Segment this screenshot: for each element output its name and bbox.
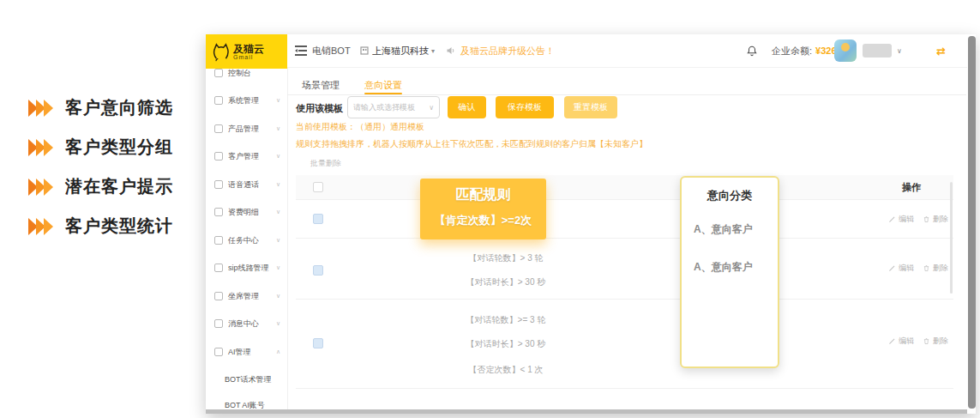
ai-icon	[214, 348, 223, 356]
brand-text: 及猫云 Gmail	[233, 44, 264, 60]
announcement-bar[interactable]: 及猫云品牌升级公告！	[446, 34, 555, 67]
customer-icon	[214, 152, 223, 161]
voice-icon	[214, 180, 223, 189]
trash-icon	[923, 215, 930, 223]
product-icon	[214, 124, 223, 133]
brand-title: 及猫云	[233, 44, 264, 54]
edit-link[interactable]: 编辑	[888, 263, 914, 274]
triple-chevron-icon	[27, 178, 55, 197]
dashboard-icon	[214, 69, 223, 77]
window-vertical-scrollbar[interactable]	[968, 36, 976, 409]
tab-intent-settings[interactable]: 意向设置	[364, 79, 402, 92]
sidebar-item-ai-management[interactable]: AI管理 ∧	[206, 344, 287, 360]
rule-condition: 【对话时长】> 30 秒	[377, 276, 634, 288]
sidebar-item-system[interactable]: 系统管理 ∨	[206, 93, 287, 108]
message-icon	[214, 319, 223, 328]
page: 客户意向筛选 客户类型分组 潜在客户提示 客户类型统计 及猫云	[0, 0, 980, 418]
product-name: 电销BOT	[312, 34, 351, 67]
avatar	[834, 39, 857, 62]
table-header	[296, 175, 953, 199]
rule-condition: 【对话轮数】> 3 轮	[377, 252, 634, 264]
reset-template-button[interactable]: 重置模板	[564, 96, 617, 118]
sidebar-item-voice-call[interactable]: 语音通话 ∨	[206, 177, 287, 192]
current-template-note: 当前使用模板：（通用）通用模板	[296, 121, 424, 133]
table-scrollbar[interactable]	[950, 182, 953, 294]
edit-link[interactable]: 编辑	[888, 214, 914, 225]
delete-link[interactable]: 删除	[923, 336, 948, 347]
delete-link[interactable]: 删除	[923, 214, 948, 225]
row-divider	[296, 299, 953, 300]
tab-scene-management[interactable]: 场景管理	[302, 79, 340, 92]
company-switcher[interactable]: 上海猫贝科技 ▾	[360, 34, 435, 67]
match-rule-title: 匹配规则	[456, 186, 511, 204]
confirm-button[interactable]: 确认	[448, 96, 486, 118]
chevron-down-icon: ∨	[276, 209, 280, 215]
feature-label: 客户意向筛选	[65, 96, 173, 119]
sidebar-item-bot-script[interactable]: BOT话术管理	[206, 372, 287, 387]
chevron-down-icon: ∨	[429, 104, 434, 112]
trash-icon	[923, 337, 930, 345]
caret-down-icon: ∨	[897, 47, 902, 55]
feature-label: 客户类型统计	[65, 215, 173, 238]
feature-label: 潜在客户提示	[65, 175, 173, 198]
agent-icon	[214, 292, 223, 300]
match-rule-callout: 匹配规则 【肯定次数】>=2次	[420, 179, 546, 239]
bell-icon	[746, 45, 758, 58]
sidebar-item-sip-line[interactable]: sip线路管理 ∨	[206, 260, 287, 276]
row-checkbox[interactable]	[313, 265, 323, 276]
chevron-down-icon: ∨	[276, 181, 280, 188]
chevron-down-icon: ∨	[276, 264, 280, 271]
match-rule-condition: 【肯定次数】>=2次	[435, 213, 532, 228]
feature-item: 潜在客户提示	[27, 175, 173, 198]
brand-subtitle: Gmail	[233, 54, 264, 60]
brand-logo[interactable]: 及猫云 Gmail	[206, 34, 287, 69]
menu-fold-icon[interactable]	[295, 34, 307, 67]
app-window: 及猫云 Gmail 控制台 系统管理 ∨ 产品管理 ∨ 客户管理	[206, 34, 976, 414]
user-name-block	[863, 44, 892, 58]
system-icon	[214, 96, 223, 105]
task-icon	[214, 236, 223, 245]
intent-item: A、意向客户	[694, 222, 753, 237]
sidebar-item-product[interactable]: 产品管理 ∨	[206, 121, 287, 136]
row-divider	[296, 199, 953, 200]
sidebar: 及猫云 Gmail 控制台 系统管理 ∨ 产品管理 ∨ 客户管理	[206, 34, 288, 414]
row-checkbox[interactable]	[313, 214, 323, 224]
sidebar-item-console[interactable]: 控制台	[206, 65, 287, 81]
pencil-icon	[888, 337, 896, 345]
sidebar-item-billing[interactable]: 资费明细 ∨	[206, 204, 287, 220]
rule-condition: 【否定次数】< 1 次	[377, 364, 634, 376]
building-icon	[360, 46, 369, 55]
feature-item: 客户类型分组	[27, 136, 173, 159]
sidebar-item-task-center[interactable]: 任务中心 ∨	[206, 233, 287, 248]
sidebar-item-customer[interactable]: 客户管理 ∨	[206, 148, 287, 164]
chevron-down-icon: ∨	[276, 320, 280, 327]
switch-account-icon[interactable]: ⇄	[936, 34, 946, 67]
triple-chevron-icon	[27, 217, 55, 236]
sidebar-item-message-center[interactable]: 消息中心 ∨	[206, 316, 287, 331]
chevron-down-icon: ∨	[276, 125, 280, 132]
chevron-down-icon: ∨	[276, 97, 280, 104]
select-all-checkbox[interactable]	[313, 182, 323, 192]
intent-category-callout: 意向分类 A、意向客户 A、意向客户	[680, 176, 779, 368]
tabs-divider	[287, 94, 966, 95]
row-actions: 编辑 删除	[888, 214, 948, 225]
row-checkbox[interactable]	[313, 338, 323, 348]
sidebar-item-agent[interactable]: 坐席管理 ∨	[206, 288, 287, 304]
batch-delete-link[interactable]: 批量删除	[310, 158, 341, 169]
notification-bell[interactable]	[746, 34, 758, 67]
edit-link[interactable]: 编辑	[888, 336, 914, 347]
template-select-placeholder: 请输入或选择模板	[353, 102, 429, 113]
save-template-button[interactable]: 保存模板	[496, 96, 554, 118]
chevron-down-icon: ∨	[276, 153, 280, 160]
feature-item: 客户类型统计	[27, 215, 173, 238]
use-template-label: 使用该模板	[296, 102, 343, 115]
feature-item: 客户意向筛选	[27, 96, 173, 119]
billing-icon	[214, 208, 223, 216]
trash-icon	[923, 264, 930, 272]
rule-condition: 【对话轮数】>= 3 轮	[377, 314, 634, 326]
user-menu[interactable]: ∨	[834, 34, 902, 67]
window-bottom-edge	[206, 409, 967, 414]
delete-link[interactable]: 删除	[923, 263, 948, 274]
triple-chevron-icon	[27, 99, 55, 118]
template-select[interactable]: 请输入或选择模板 ∨	[347, 96, 440, 118]
